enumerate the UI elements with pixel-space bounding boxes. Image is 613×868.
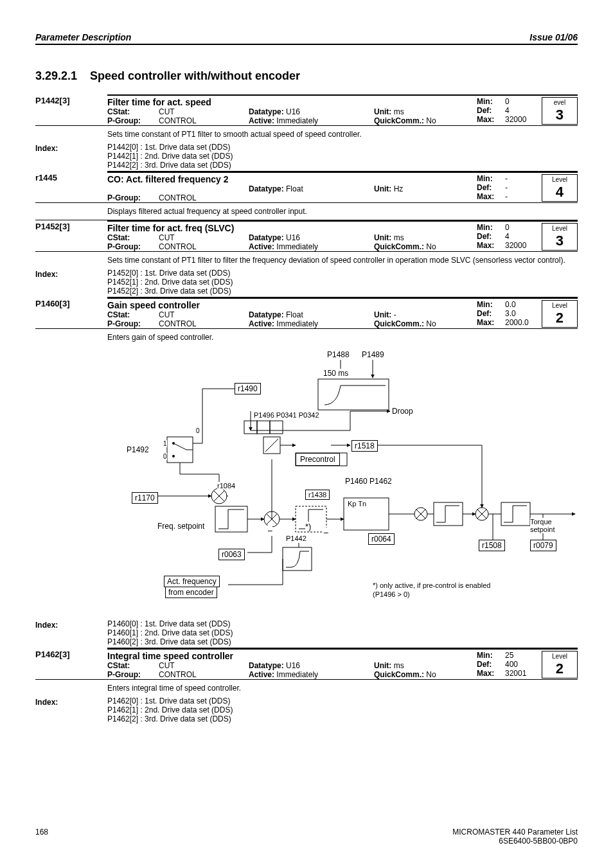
level-box: Level 2 — [542, 300, 578, 328]
svg-rect-24 — [215, 506, 247, 532]
svg-rect-2 — [318, 379, 389, 410]
control-diagram: P1488 P1489 150 ms r1490 Droop P1496 P03… — [119, 353, 582, 617]
level-box: Level 2 — [542, 651, 578, 678]
page-footer: 168 MICROMASTER 440 Parameter List 6SE64… — [35, 828, 578, 846]
page: { "header": { "left": "Parameter Descrip… — [0, 0, 613, 868]
param-title: Filter time for act. speed — [107, 97, 477, 107]
param-id: r1445 — [35, 172, 107, 182]
header-right: Issue 01/06 — [529, 32, 578, 42]
section-title: 3.29.2.1 Speed controller with/without e… — [35, 69, 578, 83]
param-P1452: P1452[3] Filter time for act. freq (SLVC… — [35, 220, 578, 297]
description: Sets time constant of PT1 filter to smoo… — [35, 125, 578, 143]
page-number: 168 — [35, 828, 48, 846]
svg-point-13 — [172, 455, 175, 457]
svg-rect-40 — [257, 421, 270, 434]
level-box: Level 4 — [542, 174, 578, 202]
svg-rect-41 — [270, 421, 283, 434]
param-id: P1442[3] — [35, 94, 107, 105]
level-box: Level 3 — [542, 223, 578, 251]
page-header: Parameter Description Issue 01/06 — [35, 32, 578, 45]
param-r1445: r1445 CO: Act. filtered frequency 2 Data… — [35, 172, 578, 220]
param-P1462: P1462[3] Integral time speed controller … — [35, 648, 578, 723]
param-P1460: P1460[3] Gain speed controller CStat: CU… — [35, 297, 578, 346]
svg-line-37 — [265, 439, 278, 452]
level-box: evel 3 — [542, 97, 578, 125]
param-P1442: P1442[3] Filter time for act. speed CSta… — [35, 94, 578, 172]
svg-line-14 — [173, 443, 186, 450]
header-left: Parameter Description — [35, 32, 131, 42]
